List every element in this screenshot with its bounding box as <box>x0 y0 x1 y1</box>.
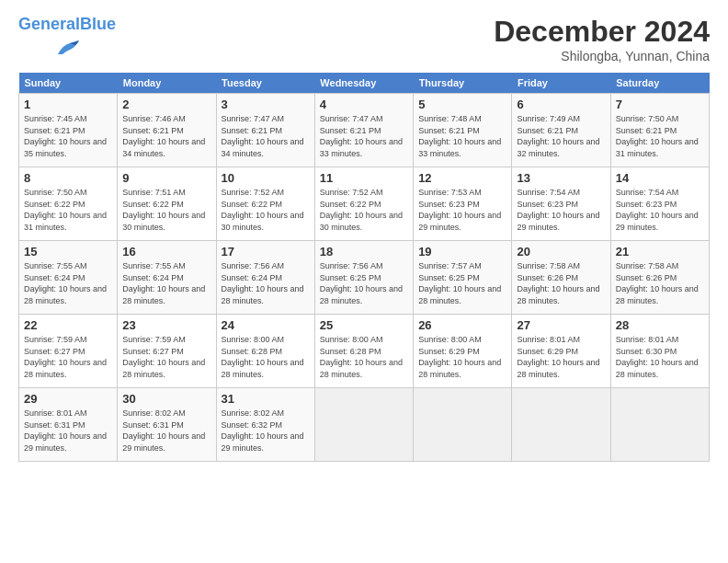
sunrise-label: Sunrise: 7:54 AM <box>616 188 679 197</box>
sunrise-label: Sunrise: 8:02 AM <box>222 408 285 418</box>
sunrise-label: Sunrise: 7:46 AM <box>122 114 186 123</box>
daylight-label: Daylight: 10 hours and 35 minutes. <box>24 137 107 158</box>
calendar-day-cell: 31 Sunrise: 8:02 AM Sunset: 6:32 PM Dayl… <box>216 388 314 462</box>
calendar-day-cell: 13 Sunrise: 7:54 AM Sunset: 6:23 PM Dayl… <box>512 167 610 241</box>
calendar-day-cell <box>610 388 709 462</box>
calendar-day-cell <box>512 388 610 462</box>
day-number: 5 <box>418 98 506 111</box>
col-thursday: Thursday <box>414 73 512 94</box>
sunrise-label: Sunrise: 7:52 AM <box>320 188 383 197</box>
sunset-label: Sunset: 6:26 PM <box>517 273 578 282</box>
sunrise-label: Sunrise: 7:49 AM <box>517 114 580 123</box>
col-tuesday: Tuesday <box>216 73 314 94</box>
sunset-label: Sunset: 6:28 PM <box>222 347 283 356</box>
day-number: 23 <box>122 318 210 332</box>
daylight-label: Daylight: 10 hours and 28 minutes. <box>517 284 599 305</box>
sunrise-label: Sunrise: 8:00 AM <box>222 335 285 344</box>
day-info: Sunrise: 7:54 AM Sunset: 6:23 PM Dayligh… <box>517 187 605 233</box>
calendar-day-cell: 12 Sunrise: 7:53 AM Sunset: 6:23 PM Dayl… <box>414 167 512 241</box>
day-info: Sunrise: 7:59 AM Sunset: 6:27 PM Dayligh… <box>24 334 112 380</box>
sunset-label: Sunset: 6:25 PM <box>418 273 480 282</box>
sunset-label: Sunset: 6:29 PM <box>418 347 480 356</box>
daylight-label: Daylight: 10 hours and 34 minutes. <box>222 137 304 158</box>
day-info: Sunrise: 8:02 AM Sunset: 6:32 PM Dayligh… <box>222 408 310 454</box>
day-info: Sunrise: 7:55 AM Sunset: 6:24 PM Dayligh… <box>122 260 210 306</box>
day-number: 10 <box>222 171 310 185</box>
day-number: 19 <box>418 245 506 259</box>
calendar-table: Sunday Monday Tuesday Wednesday Thursday… <box>18 73 710 462</box>
sunset-label: Sunset: 6:21 PM <box>222 126 283 135</box>
calendar-day-cell: 2 Sunrise: 7:46 AM Sunset: 6:21 PM Dayli… <box>118 94 216 167</box>
sunset-label: Sunset: 6:22 PM <box>24 200 85 209</box>
day-info: Sunrise: 7:56 AM Sunset: 6:24 PM Dayligh… <box>222 260 310 306</box>
day-number: 16 <box>122 245 210 259</box>
sunset-label: Sunset: 6:25 PM <box>320 273 381 282</box>
sunset-label: Sunset: 6:23 PM <box>517 200 578 209</box>
daylight-label: Daylight: 10 hours and 30 minutes. <box>222 211 304 232</box>
daylight-label: Daylight: 10 hours and 29 minutes. <box>24 431 107 453</box>
sunrise-label: Sunrise: 8:01 AM <box>24 408 87 418</box>
daylight-label: Daylight: 10 hours and 31 minutes. <box>24 211 107 232</box>
day-number: 18 <box>320 245 408 259</box>
calendar-day-cell: 26 Sunrise: 8:00 AM Sunset: 6:29 PM Dayl… <box>414 315 512 388</box>
calendar-day-cell: 24 Sunrise: 8:00 AM Sunset: 6:28 PM Dayl… <box>216 315 314 388</box>
calendar-day-cell: 4 Sunrise: 7:47 AM Sunset: 6:21 PM Dayli… <box>314 94 413 167</box>
col-saturday: Saturday <box>610 73 709 94</box>
logo-general: General <box>18 15 80 34</box>
calendar-day-cell: 23 Sunrise: 7:59 AM Sunset: 6:27 PM Dayl… <box>118 315 216 388</box>
sunrise-label: Sunrise: 7:59 AM <box>24 335 87 344</box>
sunrise-label: Sunrise: 8:01 AM <box>616 335 679 344</box>
sunset-label: Sunset: 6:22 PM <box>122 200 184 209</box>
day-number: 30 <box>122 392 210 406</box>
sunrise-label: Sunrise: 7:47 AM <box>222 114 285 123</box>
daylight-label: Daylight: 10 hours and 28 minutes. <box>122 284 205 305</box>
daylight-label: Daylight: 10 hours and 34 minutes. <box>122 137 205 158</box>
calendar-week-row: 22 Sunrise: 7:59 AM Sunset: 6:27 PM Dayl… <box>19 315 710 388</box>
calendar-day-cell <box>314 388 413 462</box>
daylight-label: Daylight: 10 hours and 29 minutes. <box>122 431 205 453</box>
location: Shilongba, Yunnan, China <box>494 49 710 63</box>
sunset-label: Sunset: 6:31 PM <box>24 420 85 430</box>
daylight-label: Daylight: 10 hours and 31 minutes. <box>616 137 699 158</box>
day-number: 8 <box>24 171 112 185</box>
calendar-day-cell: 6 Sunrise: 7:49 AM Sunset: 6:21 PM Dayli… <box>512 94 610 167</box>
daylight-label: Daylight: 10 hours and 29 minutes. <box>616 211 699 232</box>
calendar-header-row: Sunday Monday Tuesday Wednesday Thursday… <box>19 73 710 94</box>
sunrise-label: Sunrise: 7:55 AM <box>122 261 186 270</box>
sunset-label: Sunset: 6:32 PM <box>222 420 283 430</box>
day-info: Sunrise: 8:00 AM Sunset: 6:29 PM Dayligh… <box>418 334 506 380</box>
day-number: 17 <box>222 245 310 259</box>
sunrise-label: Sunrise: 8:01 AM <box>517 335 580 344</box>
sunrise-label: Sunrise: 7:58 AM <box>517 261 580 270</box>
sunset-label: Sunset: 6:24 PM <box>122 273 184 282</box>
day-number: 25 <box>320 318 408 332</box>
daylight-label: Daylight: 10 hours and 30 minutes. <box>122 211 205 232</box>
calendar-week-row: 15 Sunrise: 7:55 AM Sunset: 6:24 PM Dayl… <box>19 241 710 315</box>
day-info: Sunrise: 7:47 AM Sunset: 6:21 PM Dayligh… <box>320 113 408 159</box>
calendar-day-cell: 11 Sunrise: 7:52 AM Sunset: 6:22 PM Dayl… <box>314 167 413 241</box>
daylight-label: Daylight: 10 hours and 30 minutes. <box>320 211 403 232</box>
calendar-day-cell: 29 Sunrise: 8:01 AM Sunset: 6:31 PM Dayl… <box>19 388 118 462</box>
calendar-day-cell: 5 Sunrise: 7:48 AM Sunset: 6:21 PM Dayli… <box>414 94 512 167</box>
day-number: 14 <box>616 171 704 185</box>
sunset-label: Sunset: 6:30 PM <box>616 347 677 356</box>
daylight-label: Daylight: 10 hours and 28 minutes. <box>616 358 699 379</box>
calendar-day-cell: 16 Sunrise: 7:55 AM Sunset: 6:24 PM Dayl… <box>118 241 216 315</box>
calendar-day-cell: 19 Sunrise: 7:57 AM Sunset: 6:25 PM Dayl… <box>414 241 512 315</box>
sunset-label: Sunset: 6:22 PM <box>320 200 381 209</box>
sunrise-label: Sunrise: 7:54 AM <box>517 188 580 197</box>
sunset-label: Sunset: 6:28 PM <box>320 347 381 356</box>
day-number: 12 <box>418 171 506 185</box>
calendar-day-cell: 25 Sunrise: 8:00 AM Sunset: 6:28 PM Dayl… <box>314 315 413 388</box>
day-info: Sunrise: 7:49 AM Sunset: 6:21 PM Dayligh… <box>517 113 605 159</box>
day-number: 9 <box>122 171 210 185</box>
day-number: 11 <box>320 171 408 185</box>
calendar-day-cell <box>414 388 512 462</box>
day-info: Sunrise: 7:52 AM Sunset: 6:22 PM Dayligh… <box>320 187 408 233</box>
day-info: Sunrise: 7:53 AM Sunset: 6:23 PM Dayligh… <box>418 187 506 233</box>
calendar-day-cell: 21 Sunrise: 7:58 AM Sunset: 6:26 PM Dayl… <box>610 241 709 315</box>
day-number: 28 <box>616 318 704 332</box>
day-info: Sunrise: 7:47 AM Sunset: 6:21 PM Dayligh… <box>222 113 310 159</box>
calendar-day-cell: 1 Sunrise: 7:45 AM Sunset: 6:21 PM Dayli… <box>19 94 118 167</box>
day-info: Sunrise: 7:45 AM Sunset: 6:21 PM Dayligh… <box>24 113 112 159</box>
